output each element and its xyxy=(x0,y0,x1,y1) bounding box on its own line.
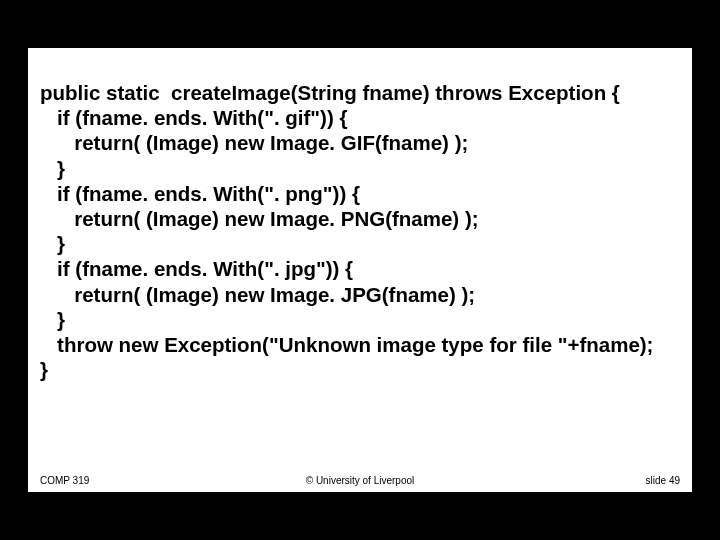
code-line-12: } xyxy=(40,358,48,381)
code-line-4: } xyxy=(40,157,65,180)
code-line-11: throw new Exception("Unknown image type … xyxy=(40,333,653,356)
code-line-2: if (fname. ends. With(". gif")) { xyxy=(40,106,347,129)
code-line-7: } xyxy=(40,232,65,255)
code-line-9: return( (Image) new Image. JPG(fname) ); xyxy=(40,283,475,306)
footer: © University of Liverpool COMP 319 slide… xyxy=(40,475,680,486)
slide: public static createImage(String fname) … xyxy=(28,48,692,492)
code-line-6: return( (Image) new Image. PNG(fname) ); xyxy=(40,207,479,230)
code-line-10: } xyxy=(40,308,65,331)
code-block: public static createImage(String fname) … xyxy=(40,80,680,382)
code-line-8: if (fname. ends. With(". jpg")) { xyxy=(40,257,353,280)
footer-center: © University of Liverpool xyxy=(40,475,680,486)
code-line-3: return( (Image) new Image. GIF(fname) ); xyxy=(40,131,468,154)
code-line-1: public static createImage(String fname) … xyxy=(40,81,620,104)
code-line-5: if (fname. ends. With(". png")) { xyxy=(40,182,360,205)
